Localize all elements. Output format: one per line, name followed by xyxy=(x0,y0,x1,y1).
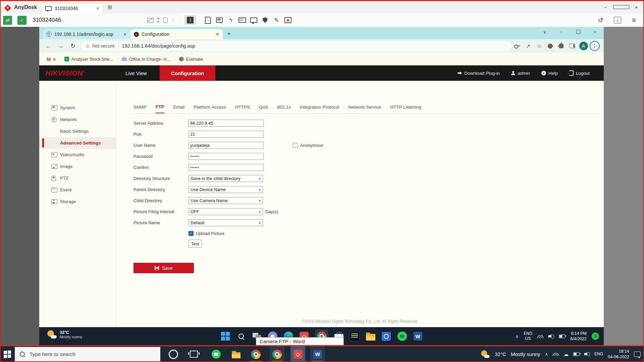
save-button[interactable]: Save xyxy=(133,263,194,273)
session-switch-icon[interactable]: ⇄ xyxy=(3,16,12,25)
battery-icon[interactable] xyxy=(559,335,565,338)
chrome-minimize-button[interactable]: − xyxy=(554,27,569,37)
tab-https[interactable]: HTTPS xyxy=(235,101,250,113)
chat-icon[interactable] xyxy=(214,15,225,25)
remote-camera-app-icon[interactable] xyxy=(381,331,391,341)
tab-email[interactable]: Email xyxy=(173,101,185,113)
remote-clock[interactable]: 6:14 PM 6/4/2022 xyxy=(570,331,587,342)
remote-tray-chevron-icon[interactable]: ∧ xyxy=(516,334,519,339)
permissions-shield-icon[interactable] xyxy=(259,15,271,25)
tab-snmp[interactable]: SNMP xyxy=(133,101,147,113)
local-weather-temp[interactable]: 32°C xyxy=(495,351,506,357)
action-center-icon[interactable] xyxy=(634,352,641,357)
onedrive-cloud-icon[interactable]: ☁ xyxy=(564,351,569,357)
close-session-tab-icon[interactable]: × xyxy=(96,6,99,11)
extension-badge-icon[interactable] xyxy=(545,44,556,49)
local-whatsapp-icon[interactable]: ☎ xyxy=(209,346,223,362)
remote-start-button[interactable] xyxy=(220,331,230,341)
anydesk-session-tab[interactable]: 310324046 × xyxy=(42,3,103,13)
record-session-icon[interactable] xyxy=(282,15,293,25)
logout-link[interactable]: Logout xyxy=(569,70,590,76)
tab-platform-access[interactable]: Platform Access xyxy=(194,101,226,113)
local-weather-icon[interactable] xyxy=(481,350,490,359)
local-wifi-icon[interactable] xyxy=(553,352,559,356)
monitor-off-icon[interactable] xyxy=(147,18,154,23)
sidebar-item-ptz[interactable]: PTZ xyxy=(39,172,116,184)
nav-live-view[interactable]: Live View xyxy=(125,70,147,76)
test-button[interactable]: Test xyxy=(189,240,202,248)
file-transfer-icon[interactable]: → xyxy=(202,15,214,25)
bookmark-office-in-charge[interactable]: Office In Charge- H... xyxy=(122,57,170,62)
back-icon[interactable]: ← xyxy=(42,43,54,50)
local-volume-icon[interactable] xyxy=(584,352,590,356)
reload-icon[interactable]: ↻ xyxy=(67,42,79,50)
forward-icon[interactable]: → xyxy=(54,43,67,50)
download-icon[interactable]: ↓ xyxy=(614,17,621,23)
remote-search-icon[interactable] xyxy=(236,331,246,341)
anonymous-checkbox[interactable] xyxy=(293,143,298,148)
local-language-indicator[interactable]: ENG xyxy=(594,352,603,357)
local-search-box[interactable] xyxy=(15,347,160,361)
not-secure-label[interactable]: Not secure xyxy=(92,43,115,49)
whiteboard-pen-icon[interactable]: ✎ xyxy=(271,15,282,25)
download-plugin-link[interactable]: Download Plug-in xyxy=(458,71,500,76)
local-chrome-icon[interactable] xyxy=(249,346,263,362)
close-tab-icon[interactable]: ✕ xyxy=(211,32,219,37)
storage-cylinder-icon[interactable] xyxy=(163,17,168,23)
sidebar-item-image[interactable]: Image xyxy=(39,161,116,172)
chrome-restore-button[interactable] xyxy=(571,27,586,37)
picture-name-select[interactable]: Default ∨ xyxy=(189,219,263,226)
window-maximize-button[interactable] xyxy=(613,4,629,10)
remote-notification-badge[interactable]: 9 xyxy=(592,333,599,340)
bookmark-analyser-sheet[interactable]: + Analyser Stock She... xyxy=(64,57,113,62)
tab-http-listening[interactable]: HTTP Listening xyxy=(390,101,421,113)
history-icon[interactable]: ↺ xyxy=(598,16,603,24)
port-input[interactable] xyxy=(189,131,264,138)
hamburger-menu-icon[interactable]: ≡ xyxy=(632,16,636,24)
tab-network-service[interactable]: Network Service xyxy=(348,101,381,113)
local-cortana-icon[interactable] xyxy=(167,346,180,362)
help-link[interactable]: i Help xyxy=(541,71,558,76)
local-file-explorer-icon[interactable] xyxy=(229,346,244,362)
local-start-button[interactable] xyxy=(0,346,15,362)
remote-language-indicator[interactable]: ENG US xyxy=(524,331,532,341)
tab-integration-protocol[interactable]: Integration Protocol xyxy=(300,101,339,113)
server-address-input[interactable] xyxy=(189,120,264,127)
child-directory-select[interactable]: Use Camera Name ∨ xyxy=(189,197,263,204)
tab-search-icon[interactable]: ∨ xyxy=(537,27,552,37)
upload-picture-option[interactable]: ✓ Upload Picture xyxy=(189,231,224,236)
tab-ftp[interactable]: FTP xyxy=(156,101,164,113)
bookmark-estimate[interactable]: Estimate xyxy=(179,57,203,62)
sidebar-item-advanced-settings[interactable]: Advanced Settings xyxy=(39,137,116,149)
nav-configuration[interactable]: Configuration xyxy=(160,65,215,81)
local-tray-chevron-icon[interactable]: ∧ xyxy=(545,352,548,357)
display-settings-icon[interactable] xyxy=(248,15,259,25)
chrome-tab-configuration[interactable]: Configuration ✕ xyxy=(130,29,223,39)
bookmark-gmail[interactable]: M e xyxy=(47,56,56,62)
tab-8021x[interactable]: 802.1x xyxy=(277,101,291,113)
password-key-icon[interactable] xyxy=(512,45,523,48)
admin-user-link[interactable]: admin xyxy=(511,71,530,76)
sidebar-item-video-audio[interactable]: Video/Audio xyxy=(39,149,116,161)
remote-tech-tool-icon[interactable] xyxy=(350,331,360,341)
bookmark-star-icon[interactable]: ☆ xyxy=(534,43,545,49)
local-word-icon[interactable]: W xyxy=(310,346,325,362)
picture-filing-interval-select[interactable]: OFF ∨ xyxy=(189,208,263,215)
sidebar-item-event[interactable]: Event xyxy=(39,184,116,196)
chrome-tab-login[interactable]: 192.168.1.1/admin/login.asp ✕ xyxy=(43,29,130,39)
window-minimize-button[interactable]: − xyxy=(598,4,613,10)
local-clock[interactable]: 18:14 04-06-2022 xyxy=(608,349,629,360)
local-weather-condition[interactable]: Mostly sunny xyxy=(511,351,540,357)
sidebar-item-network[interactable]: Network xyxy=(39,114,116,125)
side-panel-icon[interactable] xyxy=(567,44,578,48)
close-tab-icon[interactable]: ✕ xyxy=(118,32,127,37)
hourglass-icon[interactable] xyxy=(157,18,160,22)
extensions-puzzle-icon[interactable] xyxy=(556,44,567,48)
new-tab-button[interactable]: + xyxy=(227,30,231,38)
password-input[interactable] xyxy=(189,153,264,160)
address-bar[interactable]: ⚠ Not secure 192.168.1.64/doc/page/confi… xyxy=(81,41,512,51)
local-battery-icon[interactable] xyxy=(573,352,580,356)
profile-avatar[interactable]: A xyxy=(578,42,589,50)
remote-file-explorer-icon[interactable] xyxy=(366,331,376,341)
local-anydesk-icon[interactable]: ◇ xyxy=(290,346,305,362)
